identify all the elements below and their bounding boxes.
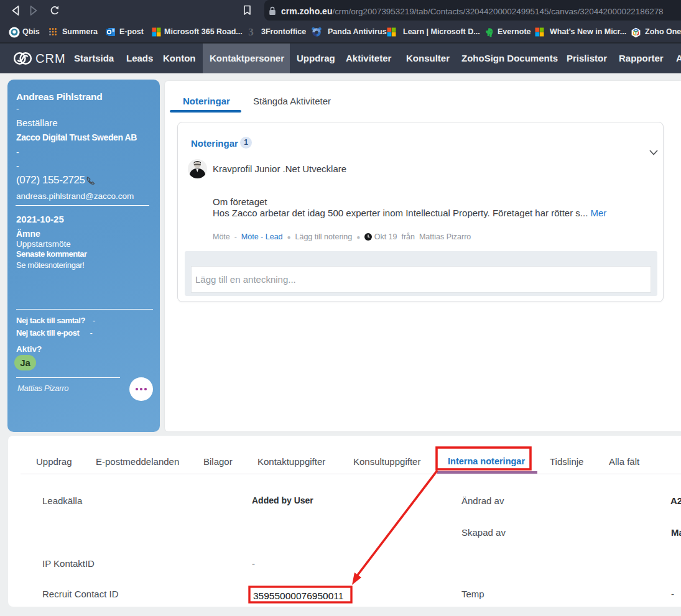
svg-text:3: 3: [248, 26, 254, 37]
